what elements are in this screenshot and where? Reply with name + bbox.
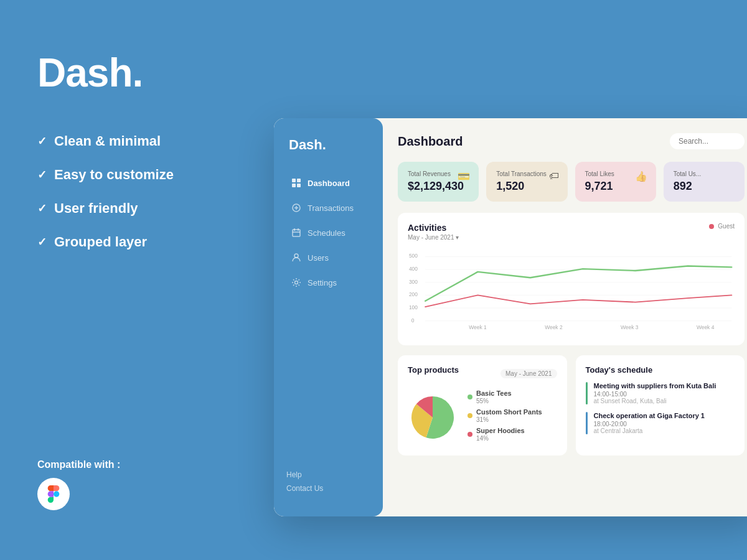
svg-text:400: 400 (409, 266, 418, 272)
legend-dot-guest (709, 224, 714, 229)
transactions-icon: 🏷 (549, 170, 559, 182)
product-info-0: Basic Tees 55% (476, 390, 512, 404)
figma-logo (37, 478, 70, 510)
schedule-title: Today's schedule (586, 365, 735, 375)
stat-card-users: Total Us... 892 (664, 162, 745, 202)
stat-card-likes: Total Likes 9,721 👍 (575, 162, 656, 202)
sidebar-item-settings[interactable]: Settings (286, 271, 370, 294)
sidebar: Dash. Dashboard Transactions Schedules U… (274, 118, 383, 516)
schedule-loc-0: at Sunset Road, Kuta, Bali (594, 398, 716, 404)
product-info-1: Custom Short Pants 31% (476, 408, 542, 423)
schedule-info-1: Check operation at Giga Factory 1 18:00-… (594, 412, 705, 434)
chart-header: Activities May - June 2021 ▾ Guest (408, 223, 735, 241)
product-info-2: Super Hoodies 14% (476, 427, 525, 442)
svg-text:300: 300 (409, 279, 418, 285)
feature-item-4: ✓ Grouped layer (37, 234, 243, 250)
activities-chart-card: Activities May - June 2021 ▾ Guest 500 4… (398, 213, 745, 345)
brand-title: Dash. (37, 50, 243, 96)
chart-legend: Guest (709, 223, 735, 230)
schedule-bar-0 (586, 382, 588, 404)
svg-point-6 (294, 254, 298, 258)
svg-text:Week 1: Week 1 (469, 324, 487, 330)
product-item-1: Custom Short Pants 31% (467, 408, 542, 423)
sidebar-footer: Help Contact Us (286, 458, 370, 498)
activities-chart-svg: 500 400 300 200 100 0 Week 1 Week 2 Week… (408, 246, 735, 333)
schedule-time-0: 14:00-15:00 (594, 391, 716, 398)
product-dot-2 (467, 432, 472, 437)
svg-text:0: 0 (411, 317, 415, 324)
sidebar-item-users[interactable]: Users (286, 246, 370, 269)
svg-rect-5 (293, 230, 300, 236)
stat-value-transactions: 1,520 (496, 180, 557, 193)
compatible-label: Compatible with : (37, 459, 243, 470)
chart-title: Activities (408, 223, 459, 233)
stat-card-revenues: Total Revenues $2,129,430 💳 (398, 162, 479, 202)
svg-text:200: 200 (409, 291, 418, 297)
sidebar-item-transactions[interactable]: Transactions (286, 197, 370, 219)
schedule-name-0: Meeting with suppliers from Kuta Bali (594, 382, 716, 390)
sidebar-item-dashboard[interactable]: Dashboard (286, 172, 370, 194)
check-icon-3: ✓ (37, 202, 47, 215)
product-legend: Basic Tees 55% Custom Short Pants 31% (467, 390, 542, 446)
schedule-bar-1 (586, 412, 588, 434)
svg-rect-3 (297, 184, 301, 187)
svg-text:Week 3: Week 3 (621, 324, 639, 330)
schedule-info-0: Meeting with suppliers from Kuta Bali 14… (594, 382, 716, 404)
stat-value-users: 892 (674, 180, 735, 193)
feature-item-3: ✓ User friendly (37, 200, 243, 217)
pie-chart (408, 393, 458, 442)
top-products-header: Top products May - June 2021 (408, 365, 557, 382)
revenues-icon: 💳 (458, 170, 470, 182)
left-panel: Dash. ✓ Clean & minimal ✓ Easy to custom… (0, 0, 280, 560)
contact-link[interactable]: Contact Us (286, 484, 370, 493)
top-products-card: Top products May - June 2021 Basic Tees … (398, 355, 567, 455)
check-icon-2: ✓ (37, 168, 47, 182)
schedule-name-1: Check operation at Giga Factory 1 (594, 412, 705, 419)
search-input[interactable] (670, 133, 745, 149)
product-item-2: Super Hoodies 14% (467, 427, 542, 442)
main-header: Dashboard (398, 133, 745, 149)
bottom-row: Top products May - June 2021 Basic Tees … (398, 355, 745, 455)
features-list: ✓ Clean & minimal ✓ Easy to customize ✓ … (37, 133, 243, 268)
dashboard-wrapper: Dash. Dashboard Transactions Schedules U… (274, 118, 747, 516)
page-title: Dashboard (398, 134, 463, 149)
svg-rect-2 (292, 184, 296, 187)
schedule-item-1: Check operation at Giga Factory 1 18:00-… (586, 412, 735, 434)
stat-card-transactions: Total Transactions 1,520 🏷 (486, 162, 567, 202)
schedule-card: Today's schedule Meeting with suppliers … (576, 355, 745, 455)
svg-point-7 (295, 281, 298, 284)
chart-title-group: Activities May - June 2021 ▾ (408, 223, 459, 241)
product-item-0: Basic Tees 55% (467, 390, 542, 404)
product-dot-0 (467, 394, 472, 399)
schedule-item-0: Meeting with suppliers from Kuta Bali 14… (586, 382, 735, 404)
compatible-section: Compatible with : (37, 434, 243, 510)
stats-row: Total Revenues $2,129,430 💳 Total Transa… (398, 162, 745, 202)
top-products-title: Top products (408, 365, 459, 375)
help-link[interactable]: Help (286, 470, 370, 479)
sidebar-item-schedules[interactable]: Schedules (286, 222, 370, 244)
sidebar-nav: Dashboard Transactions Schedules Users S… (286, 172, 370, 458)
likes-icon: 👍 (635, 170, 647, 182)
stat-label-users: Total Us... (674, 170, 735, 177)
schedule-time-1: 18:00-20:00 (594, 421, 705, 427)
main-content: Dashboard Total Revenues $2,129,430 💳 To… (383, 118, 747, 516)
feature-item-1: ✓ Clean & minimal (37, 133, 243, 149)
schedule-loc-1: at Central Jakarta (594, 427, 705, 434)
top-products-content: Basic Tees 55% Custom Short Pants 31% (408, 390, 557, 446)
chart-subtitle: May - June 2021 ▾ (408, 234, 459, 241)
svg-text:Week 4: Week 4 (697, 324, 715, 330)
svg-text:100: 100 (409, 304, 418, 310)
svg-text:Week 2: Week 2 (545, 324, 563, 330)
svg-rect-0 (292, 179, 296, 182)
check-icon-1: ✓ (37, 134, 47, 148)
check-icon-4: ✓ (37, 235, 47, 249)
feature-item-2: ✓ Easy to customize (37, 167, 243, 183)
sidebar-brand: Dash. (286, 137, 370, 153)
product-dot-1 (467, 413, 472, 418)
svg-text:500: 500 (409, 253, 418, 259)
svg-rect-1 (297, 179, 301, 182)
top-products-filter[interactable]: May - June 2021 (500, 369, 557, 378)
